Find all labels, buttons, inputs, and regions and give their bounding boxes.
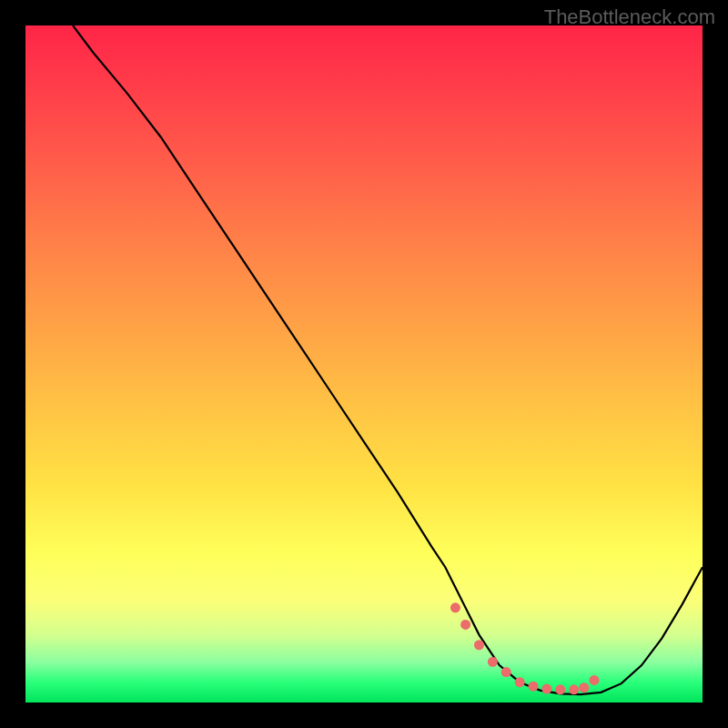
highlight-marker [555,684,565,694]
highlight-marker [474,640,484,650]
highlight-marker [450,602,460,612]
highlight-marker [460,620,470,630]
watermark-text: TheBottleneck.com [544,5,715,29]
chart-plot-area [25,25,703,703]
highlight-marker [515,677,525,687]
highlight-marker [541,684,551,694]
chart-svg-overlay [25,25,703,703]
highlight-marker [589,675,599,685]
bottleneck-curve-line [73,25,703,694]
highlight-marker [569,684,579,694]
highlight-marker [488,657,498,667]
highlight-marker [579,682,589,693]
highlight-marker [529,682,539,692]
highlight-marker [501,667,511,677]
highlight-markers [450,602,600,694]
